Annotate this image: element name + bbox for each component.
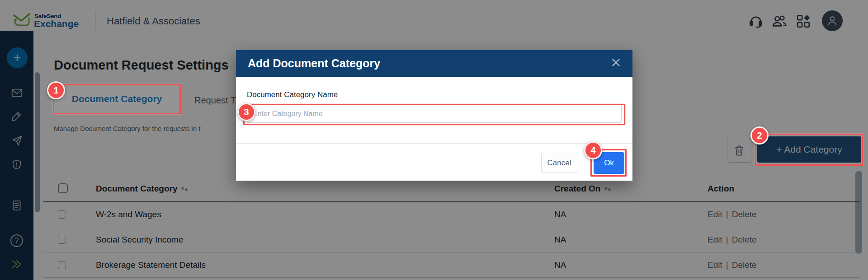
category-name-input[interactable]: [247, 105, 622, 123]
close-icon[interactable]: ×: [610, 56, 622, 69]
step-badge-2: 2: [750, 126, 769, 145]
modal-footer-divider: [236, 143, 632, 144]
add-document-category-modal: Add Document Category × Document Categor…: [236, 50, 632, 181]
step-badge-4: 4: [584, 141, 602, 159]
app-window: SafeSend Exchange Hatfield & Associates: [0, 0, 868, 280]
step-badge-1: 1: [47, 81, 65, 99]
cancel-button[interactable]: Cancel: [541, 153, 577, 173]
step-badge-3: 3: [237, 103, 255, 121]
category-name-label: Document Category Name: [247, 90, 338, 99]
modal-title: Add Document Category: [248, 57, 380, 70]
modal-titlebar: Add Document Category ×: [236, 50, 632, 77]
